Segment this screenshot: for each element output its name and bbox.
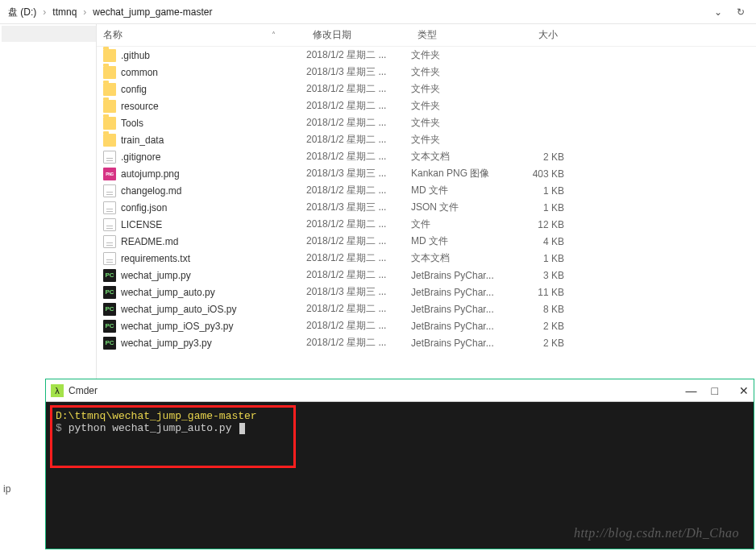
file-size-cell: 1 KB bbox=[508, 202, 564, 213]
breadcrumb-segment[interactable]: ttmnq bbox=[48, 0, 81, 24]
file-row[interactable]: PCwechat_jump.py2018/1/2 星期二 ...JetBrain… bbox=[97, 267, 756, 284]
column-header-label: 名称 bbox=[103, 28, 123, 42]
file-date-cell: 2018/1/2 星期二 ... bbox=[306, 116, 411, 130]
file-name-label: resource bbox=[121, 101, 159, 112]
file-name-cell[interactable]: common bbox=[97, 66, 306, 79]
file-type-cell: MD 文件 bbox=[411, 234, 508, 248]
file-row[interactable]: requirements.txt2018/1/2 星期二 ...文本文档1 KB bbox=[97, 250, 756, 267]
file-type-cell: 文件 bbox=[411, 218, 508, 231]
column-header-name[interactable]: 名称 ˄ bbox=[97, 28, 306, 42]
minimize-button[interactable]: — bbox=[686, 384, 697, 397]
explorer-main: 名称 ˄ 修改日期 类型 大小 .github2018/1/2 星期二 ...文… bbox=[0, 24, 756, 379]
file-name-cell[interactable]: requirements.txt bbox=[97, 252, 306, 265]
file-size-cell: 1 KB bbox=[508, 253, 564, 264]
breadcrumb-segment[interactable]: wechat_jump_game-master bbox=[88, 0, 217, 24]
history-dropdown-icon[interactable]: ⌄ bbox=[709, 3, 727, 21]
watermark-text: http://blog.csdn.net/Dh_Chao bbox=[574, 526, 739, 541]
file-row[interactable]: Tools2018/1/2 星期二 ...文件夹 bbox=[97, 114, 756, 131]
breadcrumb-segment[interactable]: 盘 (D:) bbox=[3, 0, 41, 24]
file-size-cell: 4 KB bbox=[508, 236, 564, 247]
file-row[interactable]: train_data2018/1/2 星期二 ...文件夹 bbox=[97, 131, 756, 148]
file-row[interactable]: README.md2018/1/2 星期二 ...MD 文件4 KB bbox=[97, 233, 756, 250]
terminal-body[interactable]: D:\ttmnq\wechat_jump_game-master $ pytho… bbox=[46, 402, 754, 549]
file-type-cell: JetBrains PyChar... bbox=[411, 338, 508, 349]
file-name-cell[interactable]: .github bbox=[97, 49, 306, 62]
file-size-cell: 403 KB bbox=[508, 168, 564, 180]
file-name-label: config bbox=[121, 84, 147, 95]
file-date-cell: 2018/1/2 星期二 ... bbox=[306, 319, 411, 333]
navigation-pane[interactable] bbox=[0, 24, 97, 379]
file-size-cell: 2 KB bbox=[508, 338, 564, 349]
file-row[interactable]: common2018/1/3 星期三 ...文件夹 bbox=[97, 64, 756, 81]
file-row[interactable]: LICENSE2018/1/2 星期二 ...文件12 KB bbox=[97, 216, 756, 233]
file-name-cell[interactable]: PCwechat_jump_auto_iOS.py bbox=[97, 303, 306, 316]
terminal-window[interactable]: λ Cmder — □ ✕ D:\ttmnq\wechat_jump_game-… bbox=[45, 379, 754, 549]
file-row[interactable]: PCwechat_jump_iOS_py3.py2018/1/2 星期二 ...… bbox=[97, 317, 756, 334]
file-row[interactable]: autojump.png2018/1/3 星期三 ...Kankan PNG 图… bbox=[97, 165, 756, 182]
terminal-title: Cmder bbox=[69, 385, 98, 396]
file-row[interactable]: config.json2018/1/3 星期三 ...JSON 文件1 KB bbox=[97, 199, 756, 216]
column-header-date[interactable]: 修改日期 bbox=[306, 28, 411, 42]
column-header-size[interactable]: 大小 bbox=[508, 28, 564, 42]
file-row[interactable]: PCwechat_jump_py3.py2018/1/2 星期二 ...JetB… bbox=[97, 334, 756, 351]
file-date-cell: 2018/1/2 星期二 ... bbox=[306, 184, 411, 197]
file-row[interactable]: config2018/1/2 星期二 ...文件夹 bbox=[97, 81, 756, 97]
file-name-label: changelog.md bbox=[121, 185, 181, 197]
file-row[interactable]: resource2018/1/2 星期二 ...文件夹 bbox=[97, 97, 756, 114]
txt-icon bbox=[103, 201, 116, 214]
file-size-cell: 8 KB bbox=[508, 304, 564, 315]
file-type-cell: 文件夹 bbox=[411, 48, 508, 62]
py-icon: PC bbox=[103, 303, 116, 316]
file-name-cell[interactable]: .gitignore bbox=[97, 151, 306, 164]
file-date-cell: 2018/1/2 星期二 ... bbox=[306, 133, 411, 147]
file-date-cell: 2018/1/2 星期二 ... bbox=[306, 251, 411, 265]
file-name-label: common bbox=[121, 67, 158, 78]
file-name-cell[interactable]: autojump.png bbox=[97, 168, 306, 180]
file-name-cell[interactable]: README.md bbox=[97, 235, 306, 248]
file-name-label: config.json bbox=[121, 202, 167, 213]
txt-icon bbox=[103, 252, 116, 265]
file-name-cell[interactable]: PCwechat_jump_iOS_py3.py bbox=[97, 320, 306, 333]
file-row[interactable]: PCwechat_jump_auto_iOS.py2018/1/2 星期二 ..… bbox=[97, 300, 756, 317]
folder-icon bbox=[103, 49, 116, 62]
file-row[interactable]: .github2018/1/2 星期二 ...文件夹 bbox=[97, 47, 756, 64]
file-name-cell[interactable]: PCwechat_jump_auto.py bbox=[97, 286, 306, 299]
file-row[interactable]: PCwechat_jump_auto.py2018/1/3 星期三 ...Jet… bbox=[97, 284, 756, 300]
file-name-label: requirements.txt bbox=[121, 253, 190, 264]
file-date-cell: 2018/1/2 星期二 ... bbox=[306, 218, 411, 231]
file-type-cell: JSON 文件 bbox=[411, 201, 508, 214]
file-name-cell[interactable]: LICENSE bbox=[97, 218, 306, 231]
close-button[interactable]: ✕ bbox=[739, 384, 749, 397]
file-type-cell: Kankan PNG 图像 bbox=[411, 167, 508, 180]
file-type-cell: 文件夹 bbox=[411, 82, 508, 96]
file-row[interactable]: .gitignore2018/1/2 星期二 ...文本文档2 KB bbox=[97, 148, 756, 165]
file-size-cell: 3 KB bbox=[508, 270, 564, 281]
file-name-label: wechat_jump_auto.py bbox=[121, 287, 215, 298]
file-name-label: wechat_jump_auto_iOS.py bbox=[121, 304, 236, 315]
file-name-cell[interactable]: Tools bbox=[97, 117, 306, 130]
terminal-titlebar[interactable]: λ Cmder — □ ✕ bbox=[46, 379, 754, 402]
sidebar-item[interactable] bbox=[2, 26, 96, 42]
file-date-cell: 2018/1/3 星期三 ... bbox=[306, 285, 411, 299]
py-icon: PC bbox=[103, 286, 116, 299]
file-name-cell[interactable]: resource bbox=[97, 100, 306, 113]
file-date-cell: 2018/1/2 星期二 ... bbox=[306, 336, 411, 350]
file-type-cell: 文件夹 bbox=[411, 99, 508, 113]
file-name-cell[interactable]: PCwechat_jump.py bbox=[97, 269, 306, 282]
file-list-pane[interactable]: 名称 ˄ 修改日期 类型 大小 .github2018/1/2 星期二 ...文… bbox=[97, 24, 756, 379]
breadcrumb[interactable]: 盘 (D:) › ttmnq › wechat_jump_game-master bbox=[0, 0, 709, 23]
refresh-icon[interactable]: ↻ bbox=[732, 3, 750, 21]
file-name-cell[interactable]: config.json bbox=[97, 201, 306, 214]
address-bar-buttons: ⌄ ↻ bbox=[709, 3, 753, 21]
column-header-type[interactable]: 类型 bbox=[411, 28, 508, 42]
file-name-cell[interactable]: PCwechat_jump_py3.py bbox=[97, 337, 306, 350]
terminal-command: python wechat_jump_auto.py bbox=[69, 422, 232, 434]
txt-icon bbox=[103, 235, 116, 248]
file-type-cell: JetBrains PyChar... bbox=[411, 287, 508, 298]
file-name-cell[interactable]: changelog.md bbox=[97, 184, 306, 197]
terminal-cwd: D:\ttmnq\wechat_jump_game-master bbox=[56, 410, 257, 422]
file-name-cell[interactable]: train_data bbox=[97, 134, 306, 147]
file-name-cell[interactable]: config bbox=[97, 83, 306, 96]
maximize-button[interactable]: □ bbox=[712, 384, 718, 397]
file-row[interactable]: changelog.md2018/1/2 星期二 ...MD 文件1 KB bbox=[97, 182, 756, 199]
